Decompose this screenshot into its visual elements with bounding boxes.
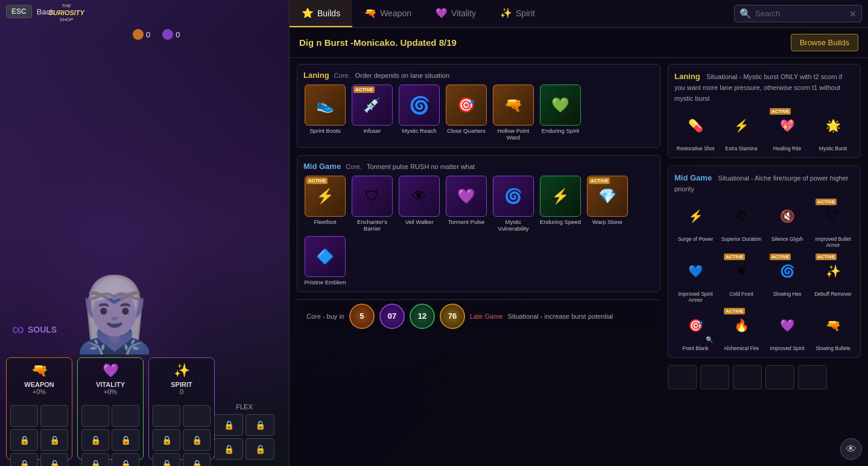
left-column: Laning Core. Order depends on lane situa… [297, 64, 661, 460]
item-veil-walker[interactable]: 👁 Veil Walker [398, 176, 441, 232]
right-empty-slot-5[interactable] [798, 365, 827, 389]
enchanters-barrier-icon: 🛡 [365, 188, 379, 205]
hollow-point-ward-name: Hollow Point Ward [492, 127, 535, 141]
right-empty-slot-4[interactable] [765, 365, 794, 389]
item-mystic-burst[interactable]: 🌟 Mystic Burst [812, 107, 854, 152]
enduring-spirit-name: Enduring Spirit [542, 127, 579, 134]
vitality-tab-icon: 💜 [436, 7, 448, 19]
improved-bullet-armor-name: Improved Bullet Armor [812, 236, 854, 248]
currency-icon-1 [133, 29, 144, 40]
veil-walker-icon: 👁 [412, 188, 426, 205]
right-empty-slot-3[interactable] [733, 365, 762, 389]
item-restorative-shot[interactable]: 💊 Restorative Shot [674, 107, 717, 152]
right-empty-slot-1[interactable] [668, 365, 697, 389]
vitality-slot-1[interactable] [81, 405, 109, 427]
vitality-slot-2[interactable] [112, 405, 139, 427]
currency-row: 0 0 [133, 29, 180, 40]
item-close-quarters[interactable]: 🎯 Close Quarters [445, 85, 488, 141]
mid-game-phase-label: Mid Game [303, 162, 341, 171]
flex-slots: 🔒 🔒 🔒 🔒 [214, 414, 274, 460]
item-hollow-point-ward[interactable]: 🔫 Hollow Point Ward [492, 85, 535, 141]
infuser-active-badge: ACTIVE [353, 86, 375, 93]
item-fleetfoot[interactable]: ACTIVE ⚡ Fleetfoot [303, 176, 347, 232]
eye-button[interactable]: 👁 [840, 438, 862, 460]
item-improved-bullet-armor[interactable]: ACTIVE 🛡 Improved Bullet Armor [812, 197, 854, 248]
slowing-hex-icon-wrap: ACTIVE 🌀 [768, 252, 806, 290]
item-sprint-boots[interactable]: 👟 Sprint Boots [303, 85, 347, 141]
item-enduring-speed[interactable]: ⚡ Enduring Speed [539, 176, 582, 232]
item-mystic-vulnerability[interactable]: 🌀 Mystic Vulnerability [492, 176, 535, 232]
silence-glyph-name: Silence Glyph [771, 236, 803, 242]
item-enduring-spirit[interactable]: 💚 Enduring Spirit [539, 85, 582, 141]
debuff-remover-active-badge: ACTIVE [816, 254, 837, 260]
mid-game-section-header: Mid Game Core. Torment pulse RUSH no mat… [303, 162, 654, 171]
item-enchanters-barrier[interactable]: 🛡 Enchanter's Barrier [350, 176, 394, 232]
item-warp-stone[interactable]: ACTIVE 💎 Warp Stone [586, 176, 629, 232]
item-mystic-reach[interactable]: 🌀 Mystic Reach [398, 85, 441, 141]
search-icon: 🔍 [740, 8, 752, 19]
search-input[interactable] [755, 9, 846, 18]
pristine-emblem-icon: 🔷 [316, 248, 334, 265]
debuff-remover-name: Debuff Remover [814, 291, 852, 297]
right-bottom-slots [668, 365, 861, 389]
search-clear-icon[interactable]: ✕ [849, 9, 857, 19]
mid-situational-phase: Mid Game [674, 173, 712, 182]
souls-icon: ∞ [12, 320, 24, 339]
item-torment-pulse[interactable]: 💜 Torment Pulse [445, 176, 488, 232]
back-button[interactable]: Back [37, 7, 54, 16]
laning-desc-label: Order depends on lane situation [355, 72, 450, 79]
item-silence-glyph[interactable]: 🔇 Silence Glyph [766, 197, 808, 248]
tab-vitality[interactable]: 💜 Vitality [423, 0, 488, 27]
pristine-emblem-name: Pristine Emblem [304, 279, 346, 286]
weapon-slot-1[interactable] [10, 405, 38, 427]
debuff-remover-icon-wrap: ACTIVE ✨ [814, 252, 852, 290]
surge-of-power-icon-wrap: ⚡ [677, 197, 714, 235]
item-superior-duration[interactable]: ⏱ Superior Duration [720, 197, 762, 248]
item-debuff-remover[interactable]: ACTIVE ✨ Debuff Remover [812, 252, 854, 303]
extra-stamina-name: Extra Stamina [725, 145, 757, 152]
warp-stone-active-badge: ACTIVE [589, 177, 610, 184]
weapon-slot-6: 🔒 [40, 453, 68, 466]
weapon-slot-2[interactable] [40, 405, 68, 427]
healing-rite-icon-wrap: ACTIVE 💖 [768, 107, 806, 144]
esc-button[interactable]: ESC [6, 5, 32, 18]
item-healing-rite[interactable]: ACTIVE 💖 Healing Rite [766, 107, 808, 152]
cost-circle-07: 07 [379, 304, 405, 329]
hollow-point-ward-icon: 🔫 [504, 97, 522, 113]
mid-situational-header: Mid Game Situational - Alche fire/surge … [674, 172, 854, 194]
browse-builds-button[interactable]: Browse Builds [791, 34, 858, 51]
item-extra-stamina[interactable]: ⚡ Extra Stamina [720, 107, 762, 152]
spirit-slot-2[interactable] [183, 405, 211, 427]
spirit-slot-3: 🔒 [153, 429, 180, 451]
late-game-label: Late Game [470, 313, 502, 320]
item-improved-spirit[interactable]: 💜 Improved Spirit [766, 307, 808, 351]
cost-circle-76: 76 [440, 304, 465, 329]
enchanters-barrier-name: Enchanter's Barrier [350, 219, 394, 232]
mid-game-desc-label: Torment pulse RUSH no matter what [367, 163, 475, 170]
enduring-speed-icon-wrap: ⚡ [540, 176, 581, 217]
late-situational-text: Situational - increase burst potential [507, 313, 613, 320]
tab-builds[interactable]: ⭐ Builds [290, 0, 352, 27]
item-surge-of-power[interactable]: ⚡ Surge of Power [674, 197, 717, 248]
item-slowing-bullets[interactable]: 🔫 Slowing Bullets [812, 307, 854, 351]
alchemical-fire-active-badge: ACTIVE [724, 308, 745, 314]
tab-weapon[interactable]: 🔫 Weapon [352, 0, 423, 27]
item-point-blank[interactable]: 🎯 🔍 Point Blank [674, 307, 717, 351]
item-cold-front[interactable]: ACTIVE ❄ Cold Front [720, 252, 762, 303]
alchemical-fire-icon: 🔥 [734, 318, 749, 333]
vitality-slots: 🔒 🔒 🔒 🔒 [81, 405, 139, 466]
item-slowing-hex[interactable]: ACTIVE 🌀 Slowing Hex [766, 252, 808, 303]
vitality-slot-3: 🔒 [81, 429, 109, 451]
spirit-slot-1[interactable] [153, 405, 180, 427]
flex-slot-2: 🔒 [246, 414, 274, 436]
item-alchemical-fire[interactable]: ACTIVE 🔥 Alchemical Fire [720, 307, 762, 351]
spirit-tab-label: Spirit [516, 8, 535, 18]
right-empty-slot-2[interactable] [700, 365, 729, 389]
builds-tab-label: Builds [317, 8, 340, 18]
point-blank-search-icon: 🔍 [706, 336, 713, 343]
item-infuser[interactable]: ACTIVE 💉 Infuser [350, 85, 394, 141]
item-pristine-emblem[interactable]: 🔷 Pristine Emblem [303, 236, 347, 286]
tab-spirit[interactable]: ✨ Spirit [488, 0, 547, 27]
mid-game-items-grid: ACTIVE ⚡ Fleetfoot 🛡 Enchanter's Barrier [303, 176, 654, 286]
item-improved-spirit-armor[interactable]: 💙 Improved Spirit Armor [674, 252, 717, 303]
